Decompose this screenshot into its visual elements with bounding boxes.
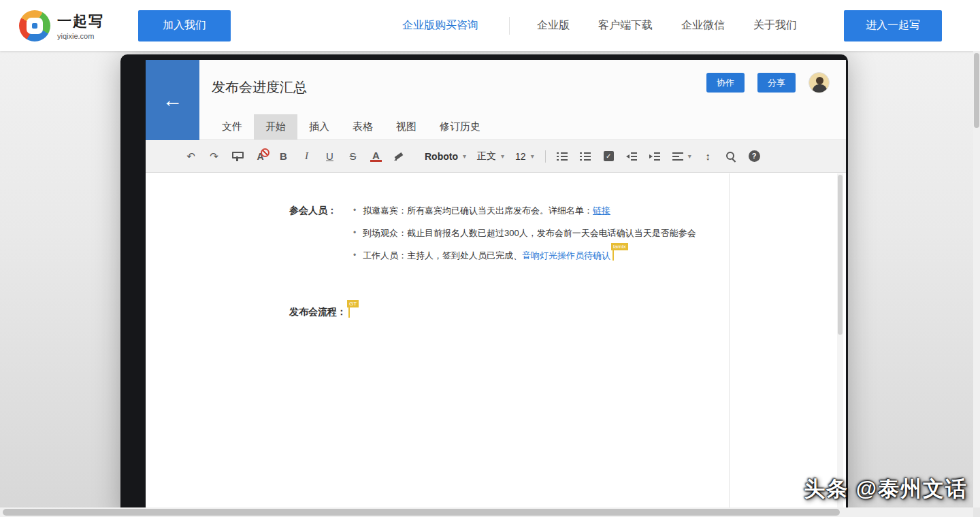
tab-insert[interactable]: 插入 (297, 114, 341, 139)
chevron-down-icon: ▾ (531, 152, 534, 160)
browser-horizontal-scrollbar[interactable] (0, 507, 980, 517)
agenda-section: 发布会流程：GT (289, 306, 729, 318)
logo-subtitle: yiqixie.com (57, 32, 104, 40)
bullet-list-icon[interactable] (580, 150, 591, 163)
undo-icon[interactable]: ↶ (185, 150, 197, 163)
chevron-down-icon: ▾ (463, 152, 466, 160)
section-label-attendees: 参会人员： (289, 199, 352, 222)
formatting-toolbar: ↶ ↷ A B I U S A Roboto ▾ 正文 ▾ 12 ▾ (146, 140, 846, 173)
chevron-down-icon: ▾ (688, 152, 691, 160)
document-page[interactable]: 参会人员： 拟邀嘉宾：所有嘉宾均已确认当天出席发布会。详细名单：链接 到场观众：… (262, 173, 730, 517)
guest-list-link[interactable]: 链接 (593, 205, 610, 216)
bullet-item-audience: 到场观众：截止目前报名人数已超过300人，发布会前一天会电话确认当天是否能参会 (352, 222, 729, 244)
collab-cursor: lamix (612, 250, 614, 261)
underline-icon[interactable]: U (324, 150, 336, 163)
menu-tab-bar: 文件 开始 插入 表格 视图 修订历史 (210, 114, 492, 139)
watermark: 头条 @泰州文话 (804, 475, 968, 503)
font-size-select[interactable]: 12 ▾ (515, 151, 534, 162)
nav-item-enterprise[interactable]: 企业版 (537, 18, 570, 33)
scrollbar-corner (973, 507, 980, 517)
ordered-list-icon[interactable] (557, 150, 568, 163)
redo-icon[interactable]: ↷ (208, 150, 220, 163)
top-nav: 企业版 客户端下载 企业微信 关于我们 (509, 17, 826, 35)
nav-item-about-us[interactable]: 关于我们 (753, 18, 797, 33)
indent-icon[interactable] (649, 150, 661, 163)
align-left-icon (672, 152, 683, 161)
checkbox-list-icon[interactable]: ✓ (603, 150, 615, 163)
font-family-value: Roboto (425, 151, 458, 162)
font-size-value: 12 (515, 151, 526, 162)
doc-header: ← 发布会进度汇总 文件 开始 插入 表格 视图 修订历史 协作 分享 (146, 60, 846, 140)
paragraph-style-value: 正文 (477, 150, 496, 163)
tab-home[interactable]: 开始 (254, 114, 297, 139)
enterprise-purchase-link[interactable]: 企业版购买咨询 (402, 18, 478, 33)
attendees-section: 参会人员： 拟邀嘉宾：所有嘉宾均已确认当天出席发布会。详细名单：链接 到场观众：… (289, 199, 729, 267)
bullet-item-staff: 工作人员：主持人，签到处人员已完成、音响灯光操作员待确认lamix (352, 244, 729, 267)
strikethrough-icon[interactable]: S (347, 150, 359, 163)
share-button[interactable]: 分享 (757, 73, 796, 93)
italic-icon[interactable]: I (301, 150, 312, 163)
font-color-icon[interactable]: A (370, 150, 382, 162)
back-button[interactable]: ← (146, 60, 199, 140)
bold-icon[interactable]: B (278, 150, 289, 163)
bullet-text: 工作人员：主持人，签到处人员已完成、 (363, 250, 522, 261)
site-logo[interactable]: 一起写 yiqixie.com (19, 10, 104, 41)
bullet-item-guests: 拟邀嘉宾：所有嘉宾均已确认当天出席发布会。详细名单：链接 (352, 199, 729, 222)
clear-format-icon[interactable]: A (255, 150, 266, 163)
paragraph-style-select[interactable]: 正文 ▾ (477, 150, 504, 163)
line-spacing-icon[interactable]: ↕ (702, 150, 714, 163)
format-painter-icon[interactable] (231, 150, 243, 163)
hscroll-thumb[interactable] (3, 509, 840, 516)
align-select[interactable]: ▾ (672, 152, 691, 161)
yiqixie-logo-icon (19, 10, 50, 41)
tab-table[interactable]: 表格 (341, 114, 385, 139)
collab-cursor: GT (348, 307, 350, 318)
logo-text: 一起写 yiqixie.com (57, 12, 104, 40)
browser-vertical-scrollbar[interactable] (973, 51, 980, 507)
outdent-icon[interactable] (626, 150, 638, 163)
document-canvas[interactable]: 参会人员： 拟邀嘉宾：所有嘉宾均已确认当天出席发布会。详细名单：链接 到场观众：… (146, 173, 846, 517)
user-avatar[interactable] (808, 72, 830, 93)
header-actions: 协作 分享 (706, 72, 830, 93)
enter-yiqixie-button[interactable]: 进入一起写 (844, 10, 942, 41)
bullet-text: 拟邀嘉宾：所有嘉宾均已确认当天出席发布会。详细名单： (363, 205, 593, 216)
chevron-down-icon: ▾ (501, 152, 504, 160)
collab-cursor-label: lamix (611, 243, 628, 250)
collab-cursor-label: GT (347, 300, 359, 307)
section-label-agenda: 发布会流程： (289, 306, 346, 318)
site-topbar: 一起写 yiqixie.com 加入我们 企业版购买咨询 企业版 客户端下载 企… (0, 0, 980, 51)
help-icon[interactable]: ? (749, 150, 760, 163)
vscroll-thumb[interactable] (974, 53, 979, 128)
bullet-text: 到场观众：截止目前报名人数已超过300人，发布会前一天会电话确认当天是否能参会 (363, 228, 696, 238)
tab-file[interactable]: 文件 (210, 114, 254, 139)
nav-item-wechat-work[interactable]: 企业微信 (681, 18, 725, 33)
tab-view[interactable]: 视图 (385, 114, 428, 139)
font-family-select[interactable]: Roboto ▾ (425, 151, 466, 162)
doc-title: 发布会进度汇总 (212, 78, 307, 97)
tab-revision-history[interactable]: 修订历史 (428, 114, 492, 139)
nav-divider (509, 17, 510, 35)
editor-screen: ← 发布会进度汇总 文件 开始 插入 表格 视图 修订历史 协作 分享 ↶ ↷ … (146, 60, 846, 517)
nav-item-client-download[interactable]: 客户端下载 (598, 18, 653, 33)
bullet-list: 拟邀嘉宾：所有嘉宾均已确认当天出席发布会。详细名单：链接 到场观众：截止目前报名… (352, 199, 729, 267)
join-us-button[interactable]: 加入我们 (138, 10, 231, 41)
toolbar-divider (545, 150, 546, 163)
collaborate-button[interactable]: 协作 (706, 73, 745, 93)
editor-scrollbar[interactable] (837, 173, 843, 517)
search-icon[interactable] (725, 150, 737, 163)
laptop-frame: ← 发布会进度汇总 文件 开始 插入 表格 视图 修订历史 协作 分享 ↶ ↷ … (120, 54, 848, 517)
pending-confirm-text: 音响灯光操作员待确认 (522, 250, 610, 261)
highlight-pen-icon[interactable] (393, 150, 405, 163)
logo-title: 一起写 (57, 12, 104, 31)
back-arrow-icon: ← (163, 88, 183, 112)
